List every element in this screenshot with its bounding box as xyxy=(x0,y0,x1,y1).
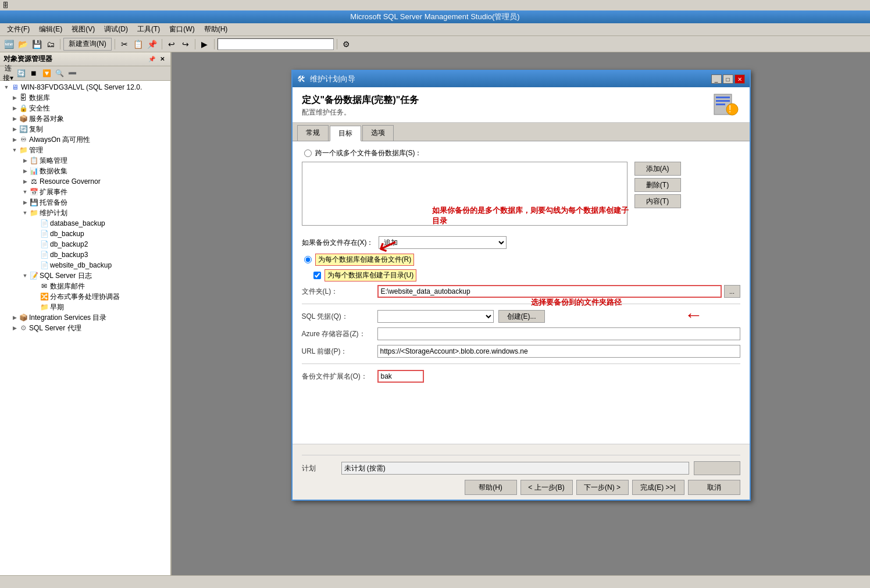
menu-help[interactable]: 帮助(H) xyxy=(199,23,233,35)
tree-item-plan-db-backup2[interactable]: 📄 db_backup2 xyxy=(0,239,170,250)
finish-btn[interactable]: 完成(E) >>| xyxy=(632,480,684,495)
tree-item-plan-db-backup-main[interactable]: 📄 database_backup xyxy=(0,218,170,229)
add-button[interactable]: 添加(A) xyxy=(634,162,681,176)
cancel-btn[interactable]: 取消 xyxy=(688,480,740,495)
oe-search-btn[interactable]: 🔍 xyxy=(54,67,65,79)
oe-connect-btn[interactable]: 连接▾ xyxy=(2,67,14,79)
contents-button[interactable]: 内容(T) xyxy=(634,194,681,208)
label-db-mail: 数据库邮件 xyxy=(49,281,85,291)
tree-item-sql-log[interactable]: ▼ 📝 SQL Server 日志 xyxy=(0,270,170,281)
toolbar-paste[interactable]: 📌 xyxy=(146,38,159,51)
help-btn[interactable]: 帮助(H) xyxy=(465,480,517,495)
browse-folder-btn[interactable]: ... xyxy=(724,285,740,298)
menu-window[interactable]: 窗口(W) xyxy=(165,23,199,35)
dialog-maximize-btn[interactable]: □ xyxy=(723,74,733,84)
expander-management[interactable]: ▼ xyxy=(10,146,19,154)
oe-filter-btn[interactable]: 🔽 xyxy=(41,67,52,79)
expander-resource-governor[interactable]: ▶ xyxy=(21,177,29,186)
tree-item-trusted-backup[interactable]: ▶ 💾 托管备份 xyxy=(0,197,170,208)
toolbar-cut[interactable]: ✂ xyxy=(118,38,131,51)
toolbar-redo[interactable]: ↪ xyxy=(179,38,192,51)
oe-stop-btn[interactable]: ⏹ xyxy=(28,67,40,79)
dialog-minimize-btn[interactable]: _ xyxy=(711,74,722,84)
toolbar-undo[interactable]: ↩ xyxy=(165,38,178,51)
azure-container-input[interactable] xyxy=(377,327,740,340)
oe-refresh-btn[interactable]: 🔄 xyxy=(15,67,27,79)
expander-server-objects[interactable]: ▶ xyxy=(10,115,19,123)
remove-button[interactable]: 删除(T) xyxy=(634,178,681,192)
menu-edit[interactable]: 编辑(E) xyxy=(34,23,67,35)
expander-maintenance-plans[interactable]: ▼ xyxy=(21,209,29,217)
toolbar-copy[interactable]: 📋 xyxy=(132,38,145,51)
toolbar-search-input[interactable] xyxy=(218,38,334,50)
toolbar-open[interactable]: 📂 xyxy=(16,38,29,51)
tab-options[interactable]: 选项 xyxy=(362,125,394,141)
expander-server[interactable]: ▼ xyxy=(2,83,10,91)
sql-credential-select[interactable] xyxy=(377,310,494,323)
tree-item-sql-agent[interactable]: ▶ ⚙ SQL Server 代理 xyxy=(0,323,170,333)
expander-databases[interactable]: ▶ xyxy=(10,94,19,102)
toolbar-execute[interactable]: ▶ xyxy=(198,38,211,51)
folder-path-input[interactable] xyxy=(377,285,722,298)
tree-item-resource-governor[interactable]: ▶ ⚖ Resource Governor xyxy=(0,176,170,187)
expander-sql-agent[interactable]: ▶ xyxy=(10,324,19,332)
tree-item-integration-services[interactable]: ▶ 📦 Integration Services 目录 xyxy=(0,312,170,323)
oe-pin-btn[interactable]: 📌 xyxy=(147,55,156,64)
tree-item-policy[interactable]: ▶ 📋 策略管理 xyxy=(0,155,170,166)
tree-item-plan-website-db[interactable]: 📄 website_db_backup xyxy=(0,260,170,270)
prev-btn[interactable]: < 上一步(B) xyxy=(520,480,573,495)
oe-collapse-btn[interactable]: ➖ xyxy=(66,67,78,79)
icon-databases: 🗄 xyxy=(19,93,28,102)
change-schedule-btn[interactable] xyxy=(694,461,740,475)
url-prefix-input[interactable] xyxy=(377,345,740,358)
next-btn[interactable]: 下一步(N) > xyxy=(576,480,629,495)
icon-early: 📁 xyxy=(40,302,49,312)
expander-security[interactable]: ▶ xyxy=(10,104,19,112)
expander-policy[interactable]: ▶ xyxy=(21,156,29,165)
menu-debug[interactable]: 调试(D) xyxy=(99,23,133,35)
toolbar-save[interactable]: 💾 xyxy=(30,38,43,51)
tree-item-datacollection[interactable]: ▶ 📊 数据收集 xyxy=(0,166,170,176)
dialog-close-btn[interactable]: ✕ xyxy=(734,74,745,84)
expander-replication[interactable]: ▶ xyxy=(10,125,19,133)
expander-datacollection[interactable]: ▶ xyxy=(21,167,29,175)
radio-per-db[interactable] xyxy=(304,256,312,263)
icon-sql-log: 📝 xyxy=(29,271,38,280)
expander-alwayson[interactable]: ▶ xyxy=(10,136,19,144)
tree-item-plan-db-backup[interactable]: 📄 db_backup xyxy=(0,229,170,239)
expander-extended-events[interactable]: ▼ xyxy=(21,188,29,196)
radio-cross-file[interactable] xyxy=(304,149,312,157)
create-credential-btn[interactable]: 创建(E)... xyxy=(498,310,545,323)
tree-item-management[interactable]: ▼ 📁 管理 xyxy=(0,145,170,155)
icon-trusted-backup: 💾 xyxy=(29,198,38,207)
toolbar-save-all[interactable]: 🗂 xyxy=(44,38,57,51)
new-query-button[interactable]: 新建查询(N) xyxy=(63,38,112,51)
tree-item-replication[interactable]: ▶ 🔄 复制 xyxy=(0,124,170,134)
tree-item-alwayson[interactable]: ▶ ♾ AlwaysOn 高可用性 xyxy=(0,134,170,145)
tree-item-plan-db-backup3[interactable]: 📄 db_backup3 xyxy=(0,250,170,260)
menu-file[interactable]: 文件(F) xyxy=(2,23,34,35)
tree-item-server[interactable]: ▼ 🖥 WIN-83FVDG3ALVL (SQL Server 12.0. xyxy=(0,82,170,92)
toolbar-settings[interactable]: ⚙ xyxy=(340,38,353,51)
tab-target[interactable]: 目标 xyxy=(330,126,361,141)
menu-view[interactable]: 视图(V) xyxy=(67,23,99,35)
tree-item-early[interactable]: 📁 早期 xyxy=(0,302,170,312)
checkbox-subdir[interactable] xyxy=(313,272,321,279)
icon-db-mail: ✉ xyxy=(40,281,49,291)
menu-tools[interactable]: 工具(T) xyxy=(133,23,165,35)
expander-trusted-backup[interactable]: ▶ xyxy=(21,198,29,206)
expander-integration-services[interactable]: ▶ xyxy=(10,313,19,322)
toolbar-new[interactable]: 🆕 xyxy=(2,38,15,51)
main-layout: 对象资源管理器 📌 ✕ 连接▾ 🔄 ⏹ 🔽 🔍 ➖ ▼ 🖥 WIN-83FVDG… xyxy=(0,52,870,588)
tree-item-distributed-trans[interactable]: 🔀 分布式事务处理协调器 xyxy=(0,291,170,302)
extension-input[interactable] xyxy=(377,370,424,383)
tree-item-security[interactable]: ▶ 🔒 安全性 xyxy=(0,103,170,113)
tree-item-db-mail[interactable]: ✉ 数据库邮件 xyxy=(0,281,170,291)
tab-general[interactable]: 常规 xyxy=(297,125,329,141)
expander-sql-log[interactable]: ▼ xyxy=(21,272,29,280)
tree-item-maintenance-plans[interactable]: ▼ 📁 维护计划 xyxy=(0,208,170,218)
tree-item-extended-events[interactable]: ▼ 📅 扩展事件 xyxy=(0,187,170,197)
oe-close-btn[interactable]: ✕ xyxy=(158,55,167,64)
tree-item-server-objects[interactable]: ▶ 📦 服务器对象 xyxy=(0,113,170,124)
tree-item-databases[interactable]: ▶ 🗄 数据库 xyxy=(0,92,170,103)
